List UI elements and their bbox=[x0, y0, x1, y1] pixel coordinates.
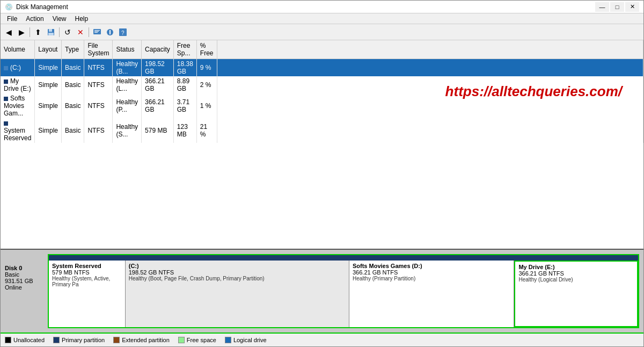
table-cell: Simple bbox=[35, 76, 62, 93]
primary-swatch bbox=[53, 337, 60, 343]
partition-name: Softs Movies Games (D:) bbox=[353, 263, 510, 269]
disk-type: Basic bbox=[5, 271, 48, 278]
forward-button[interactable]: ▶ bbox=[16, 26, 27, 38]
properties-icon bbox=[106, 28, 114, 37]
col-header-free[interactable]: Free Sp... bbox=[173, 40, 196, 59]
disk-size: 931.51 GB bbox=[5, 278, 48, 284]
menu-bar: File Action View Help bbox=[1, 13, 643, 24]
legend-extended: Extended partition bbox=[113, 337, 170, 343]
watermark: https://alltechqueries.com/ bbox=[445, 83, 622, 100]
table-cell: NTFS bbox=[84, 59, 113, 77]
col-header-layout[interactable]: Layout bbox=[35, 40, 62, 59]
table-cell: Healthy (P... bbox=[113, 93, 142, 118]
legend-primary: Primary partition bbox=[53, 337, 105, 343]
disk-management-window: 💿 Disk Management — □ ✕ File Action View… bbox=[0, 0, 644, 347]
disk-header-bar bbox=[49, 255, 638, 261]
table-cell bbox=[217, 118, 643, 143]
col-header-capacity[interactable]: Capacity bbox=[142, 40, 174, 59]
partition-size: 198.52 GB NTFS bbox=[129, 269, 346, 276]
refresh-button[interactable]: ↺ bbox=[62, 26, 74, 38]
free-label: Free space bbox=[187, 337, 216, 343]
title-bar: 💿 Disk Management — □ ✕ bbox=[1, 1, 643, 13]
minimize-button[interactable]: — bbox=[595, 2, 609, 12]
disk-section: Disk 0 Basic 931.51 GB Online System Res… bbox=[1, 250, 643, 332]
col-header-status[interactable]: Status bbox=[113, 40, 142, 59]
table-cell: NTFS bbox=[84, 118, 113, 143]
table-cell: Basic bbox=[62, 76, 84, 93]
col-header-pct[interactable]: % Free bbox=[196, 40, 217, 59]
menu-file[interactable]: File bbox=[3, 15, 21, 23]
table-row[interactable]: (C:)SimpleBasicNTFSHealthy (B...198.52 G… bbox=[1, 59, 643, 77]
table-cell: NTFS bbox=[84, 93, 113, 118]
table-cell: Simple bbox=[35, 118, 62, 143]
properties-button[interactable] bbox=[104, 26, 116, 38]
up-button[interactable]: ⬆ bbox=[32, 26, 44, 38]
title-bar-controls: — □ ✕ bbox=[595, 2, 639, 12]
menu-action[interactable]: Action bbox=[21, 15, 48, 23]
delete-button[interactable]: ✕ bbox=[75, 26, 86, 38]
table-cell: Healthy (S... bbox=[113, 118, 142, 143]
disk-partition[interactable]: System Reserved579 MB NTFSHealthy (Syste… bbox=[49, 261, 126, 327]
legend-free: Free space bbox=[178, 337, 216, 343]
save-button[interactable] bbox=[45, 26, 57, 38]
menu-help[interactable]: Help bbox=[71, 15, 93, 23]
table-cell: 2 % bbox=[196, 76, 217, 93]
extended-label: Extended partition bbox=[122, 337, 170, 343]
svg-rect-4 bbox=[94, 30, 100, 31]
legend-logical: Logical drive bbox=[225, 337, 267, 343]
maximize-button[interactable]: □ bbox=[610, 2, 624, 12]
back-button[interactable]: ◀ bbox=[3, 26, 14, 38]
table-cell: 18.38 GB bbox=[173, 59, 196, 77]
table-cell: Healthy (L... bbox=[113, 76, 142, 93]
add-button[interactable] bbox=[91, 26, 103, 38]
disk-partition[interactable]: Softs Movies Games (D:)366.21 GB NTFSHea… bbox=[349, 261, 514, 327]
drive-icon bbox=[4, 79, 8, 84]
table-cell: 3.71 GB bbox=[173, 93, 196, 118]
window-title: Disk Management bbox=[16, 3, 68, 11]
table-cell: 579 MB bbox=[142, 118, 174, 143]
col-header-filesystem[interactable]: File System bbox=[84, 40, 113, 59]
table-cell: 21 % bbox=[196, 118, 217, 143]
table-cell: Basic bbox=[62, 118, 84, 143]
table-cell: 123 MB bbox=[173, 118, 196, 143]
svg-rect-8 bbox=[109, 31, 111, 34]
table-cell: Basic bbox=[62, 59, 84, 77]
legend-bar: Unallocated Primary partition Extended p… bbox=[1, 332, 643, 346]
col-header-extra bbox=[217, 40, 643, 59]
table-cell: 366.21 GB bbox=[142, 76, 174, 93]
table-cell bbox=[217, 59, 643, 77]
table-cell: NTFS bbox=[84, 76, 113, 93]
toolbar-separator-3 bbox=[89, 27, 89, 37]
table-cell: 8.89 GB bbox=[173, 76, 196, 93]
disk-partition[interactable]: (C:)198.52 GB NTFSHealthy (Boot, Page Fi… bbox=[126, 261, 349, 327]
disk-partition[interactable]: My Drive (E:)366.21 GB NTFSHealthy (Logi… bbox=[514, 261, 638, 327]
svg-rect-9 bbox=[109, 30, 111, 31]
partition-status: Healthy (System, Active, Primary Pa bbox=[52, 276, 122, 287]
window-icon: 💿 bbox=[5, 3, 13, 11]
col-header-type[interactable]: Type bbox=[62, 40, 84, 59]
partition-status: Healthy (Logical Drive) bbox=[518, 277, 634, 283]
disk-status: Online bbox=[5, 284, 48, 291]
close-button[interactable]: ✕ bbox=[625, 2, 639, 12]
disk-partitions: System Reserved579 MB NTFSHealthy (Syste… bbox=[49, 261, 638, 327]
help-toolbar-button[interactable]: ? bbox=[117, 26, 129, 38]
add-icon bbox=[93, 28, 101, 37]
col-header-volume[interactable]: Volume bbox=[1, 40, 35, 59]
primary-label: Primary partition bbox=[62, 337, 105, 343]
svg-text:?: ? bbox=[121, 30, 125, 36]
unallocated-label: Unallocated bbox=[13, 337, 45, 343]
table-cell: System Reserved bbox=[1, 118, 35, 143]
table-cell: (C:) bbox=[1, 59, 35, 77]
toolbar: ◀ ▶ ⬆ ↺ ✕ bbox=[1, 24, 643, 40]
table-cell: Basic bbox=[62, 93, 84, 118]
table-cell: Healthy (B... bbox=[113, 59, 142, 77]
svg-rect-1 bbox=[49, 29, 52, 32]
partition-name: System Reserved bbox=[52, 263, 122, 269]
help-icon: ? bbox=[119, 28, 127, 37]
table-cell: 198.52 GB bbox=[142, 59, 174, 77]
table-row[interactable]: System ReservedSimpleBasicNTFSHealthy (S… bbox=[1, 118, 643, 143]
table-cell: My Drive (E:) bbox=[1, 76, 35, 93]
unallocated-swatch bbox=[5, 337, 11, 343]
drive-icon bbox=[4, 66, 8, 70]
menu-view[interactable]: View bbox=[48, 15, 71, 23]
